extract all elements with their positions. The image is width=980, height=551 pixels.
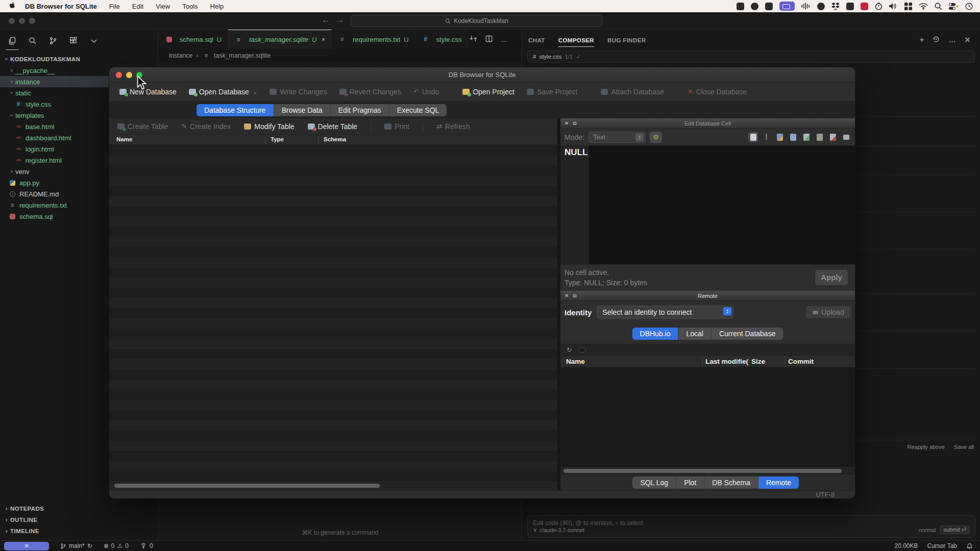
tree-root-workspace[interactable]: › KODEKLOUDTASKMAN — [0, 54, 158, 65]
remote-table-body[interactable] — [560, 367, 855, 467]
composer-input-box[interactable]: Edit code (⌘I), @ to mention, ↑ to selec… — [527, 515, 975, 538]
save-all-button[interactable]: Save all — [954, 444, 974, 450]
spotlight-search-icon[interactable] — [935, 3, 942, 10]
more-icon[interactable]: … — [948, 36, 955, 44]
delete-table-button[interactable]: Delete Table — [308, 122, 358, 131]
structure-table-header[interactable]: Name Type Schema — [109, 135, 557, 145]
clock-icon[interactable] — [965, 3, 973, 10]
tab-sql-log[interactable]: SQL Log — [632, 477, 676, 489]
apple-menu-icon[interactable] — [9, 2, 16, 11]
tab-edit-pragmas[interactable]: Edit Pragmas — [331, 104, 389, 116]
utility-app-icon[interactable] — [765, 3, 773, 10]
print-cell-icon[interactable] — [841, 132, 851, 142]
clear-cell-icon[interactable] — [828, 132, 838, 142]
column-divider[interactable] — [318, 136, 319, 144]
word-wrap-icon[interactable]: I — [762, 132, 771, 142]
undo-button[interactable]: ↶ Undo — [413, 88, 439, 96]
tab-local[interactable]: Local — [678, 328, 711, 340]
menubar-app-name[interactable]: DB Browser for SQLite — [25, 3, 97, 10]
remote-indicator[interactable]: ✕ — [4, 542, 49, 550]
scrollbar-thumb[interactable] — [564, 469, 842, 473]
tab-remote[interactable]: Remote — [758, 477, 799, 489]
section-outline[interactable]: ›OUTLINE — [0, 514, 158, 525]
menu-tools[interactable]: Tools — [182, 3, 198, 10]
cloud-icon[interactable] — [579, 348, 585, 352]
open-database-button[interactable]: Open Database ⌄ — [189, 88, 257, 96]
editor-zoom-button[interactable] — [29, 18, 35, 24]
tab-current-database[interactable]: Current Database — [712, 328, 783, 340]
write-changes-button[interactable]: Write Changes — [270, 88, 327, 96]
tab-requirements-txt[interactable]: ≡ requirements.txt U — [332, 30, 415, 49]
column-divider[interactable] — [748, 358, 749, 367]
create-table-button[interactable]: Create Table — [117, 122, 168, 131]
column-divider[interactable] — [265, 136, 266, 144]
new-chat-icon[interactable]: + — [920, 36, 924, 44]
dropbox-icon[interactable] — [831, 3, 840, 10]
modify-table-button[interactable]: Modify Table — [244, 122, 294, 131]
revert-changes-button[interactable]: Revert Changes — [339, 88, 401, 96]
source-control-icon[interactable] — [48, 37, 58, 46]
section-notepads[interactable]: ›NOTEPADS — [0, 503, 158, 514]
horizontal-scrollbar[interactable] — [560, 467, 855, 475]
close-panel-icon[interactable]: ✕ — [965, 36, 971, 44]
tab-execute-sql[interactable]: Execute SQL — [389, 104, 447, 116]
breadcrumb[interactable]: instance › ≡ task_manager.sqlite — [159, 49, 522, 62]
nav-back-icon[interactable]: ← — [322, 15, 330, 24]
model-selector[interactable]: ∨ claude-3.7-sonnet — [533, 527, 584, 533]
apply-button[interactable]: Apply — [815, 270, 848, 285]
workspace-search-box[interactable]: KodeKloudTaskMan — [351, 15, 603, 27]
problems-status[interactable]: ⊗0 ⚠0 — [104, 542, 129, 549]
open-project-button[interactable]: Open Project — [462, 88, 514, 96]
wifi-icon[interactable] — [919, 3, 928, 10]
screen-mirroring-icon[interactable] — [779, 2, 795, 11]
context-file-pill[interactable]: # style.css 1/1 ✓ — [527, 51, 975, 63]
creative-cloud-icon[interactable] — [751, 3, 758, 10]
mode-label[interactable]: normal — [919, 527, 936, 533]
menu-file[interactable]: File — [109, 3, 120, 10]
mode-combobox[interactable]: Text ▲▼ — [589, 132, 646, 143]
tab-db-schema[interactable]: DB Schema — [704, 477, 758, 489]
views-chevron-down-icon[interactable] — [89, 37, 99, 46]
refresh-button[interactable]: ⇄ Refresh — [436, 122, 470, 131]
print-button[interactable]: Print — [384, 122, 409, 131]
open-changes-icon[interactable] — [470, 35, 477, 44]
submit-button[interactable]: submit ⏎ — [940, 525, 970, 534]
split-editor-icon[interactable] — [485, 35, 493, 44]
db-title-bar[interactable]: DB Browser for SQLite — [109, 67, 855, 83]
history-icon[interactable] — [933, 36, 940, 44]
box-app-icon[interactable] — [817, 3, 825, 10]
save-as-icon[interactable] — [815, 132, 824, 142]
tab-database-structure[interactable]: Database Structure — [197, 104, 274, 116]
scrollbar-thumb[interactable] — [114, 484, 380, 488]
upload-button[interactable]: Upload — [806, 306, 851, 318]
import-file-icon[interactable] — [788, 132, 798, 142]
nav-forward-icon[interactable]: → — [336, 15, 344, 24]
git-branch-status[interactable]: main* ↻ — [60, 542, 92, 549]
tab-style-css[interactable]: # style.css — [415, 30, 469, 49]
menu-edit[interactable]: Edit — [132, 3, 143, 10]
tab-task-manager-sqlite[interactable]: ≡ task_manager.sqlite U × — [228, 30, 332, 49]
reapply-above-button[interactable]: Reapply above — [907, 444, 944, 450]
attach-database-button[interactable]: Attach Database — [601, 88, 664, 96]
remote-table-header[interactable]: Name Last modifie( Size Commit — [560, 355, 855, 367]
text-mode-icon[interactable] — [748, 132, 758, 142]
explorer-files-icon[interactable] — [7, 37, 17, 46]
search-view-icon[interactable] — [28, 37, 38, 46]
refresh-remote-icon[interactable]: ↻ — [567, 346, 572, 354]
column-divider[interactable] — [785, 358, 786, 367]
horizontal-scrollbar[interactable] — [109, 481, 557, 490]
editor-close-button[interactable] — [9, 18, 15, 24]
tab-chat[interactable]: CHAT — [528, 37, 545, 43]
ports-status[interactable]: 0 — [140, 542, 153, 549]
new-database-button[interactable]: New Database — [119, 88, 177, 96]
notifications-bell-icon[interactable] — [966, 543, 973, 549]
tab-dbhub[interactable]: DBHub.io — [632, 328, 679, 340]
volume-icon[interactable] — [889, 3, 898, 10]
film-app-icon[interactable] — [861, 3, 868, 10]
clock-app-icon[interactable] — [846, 3, 854, 10]
cursor-tab-status[interactable]: Cursor Tab — [927, 542, 957, 549]
import-image-icon[interactable] — [775, 132, 785, 142]
menu-view[interactable]: View — [156, 3, 170, 10]
audio-waveform-icon[interactable] — [801, 3, 811, 10]
cell-content-editor[interactable]: NULL — [560, 145, 855, 264]
